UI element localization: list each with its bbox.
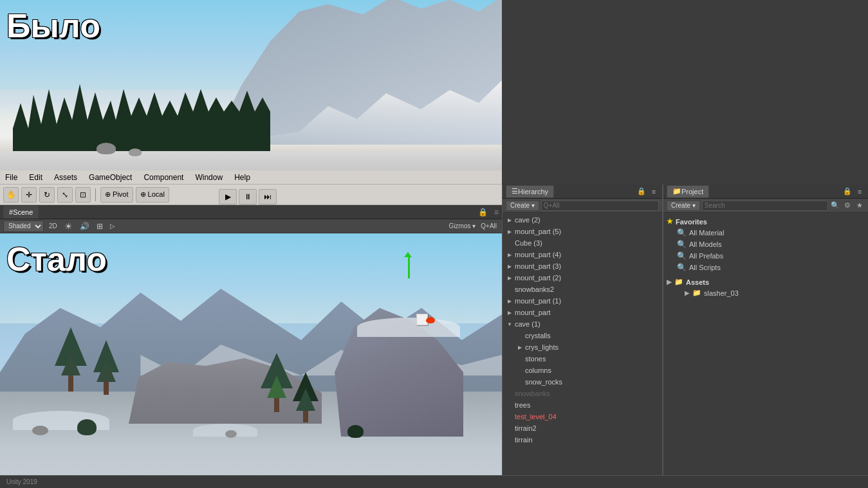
project-star-icon[interactable]: ★ xyxy=(854,201,865,211)
rect-tool-btn[interactable]: ⊡ xyxy=(75,187,91,203)
project-create-btn[interactable]: Create ▾ xyxy=(667,201,700,211)
search-scripts-icon: 🔍 xyxy=(677,263,687,272)
scene-view: ← Persp Стало xyxy=(0,233,502,488)
gizmos-btn[interactable]: Gizmos ▾ xyxy=(449,222,476,230)
search-models-icon: 🔍 xyxy=(677,240,687,249)
hierarchy-search-input[interactable] xyxy=(541,201,659,211)
hierarchy-item-label-18: tirrain2 xyxy=(515,424,537,432)
hierarchy-create-btn[interactable]: Create ▾ xyxy=(506,201,539,211)
project-panel: 📁 Project 🔒 ≡ Create ▾ 🔍 ⚙ ★ ★ Favorites… xyxy=(663,185,868,488)
pivot-btn[interactable]: ⊕ Pivot xyxy=(100,187,133,203)
hierarchy-item-19[interactable]: tirrain xyxy=(503,434,662,446)
hierarchy-item-11[interactable]: ▶crys_lights xyxy=(503,341,662,353)
ground-snow-before xyxy=(0,151,502,170)
menu-assets[interactable]: Assets xyxy=(52,172,79,183)
scene-tab-bar: # Scene 🔒 ≡ xyxy=(0,205,502,219)
favorites-folder[interactable]: ★ Favorites xyxy=(667,216,865,227)
project-tab[interactable]: 📁 Project xyxy=(667,185,709,198)
2d-btn[interactable]: 2D xyxy=(47,222,59,230)
hand-tool-btn[interactable]: ✋ xyxy=(3,187,19,203)
step-btn[interactable]: ⏭ xyxy=(259,189,277,204)
hierarchy-item-label-0: cave (2) xyxy=(515,216,540,224)
hierarchy-item-18[interactable]: tirrain2 xyxy=(503,422,662,434)
scene-menu-icon[interactable]: ≡ xyxy=(494,208,499,217)
hierarchy-menu-icon[interactable]: ≡ xyxy=(649,186,659,197)
hierarchy-item-6[interactable]: snowbanks2 xyxy=(503,284,662,295)
lighting-btn[interactable]: ☀ xyxy=(62,221,75,231)
project-content: ★ Favorites 🔍 All Material 🔍 All Models … xyxy=(663,213,868,488)
hierarchy-item-17[interactable]: test_level_04 xyxy=(503,411,662,422)
hierarchy-arrow-3: ▶ xyxy=(506,251,513,258)
audio-btn[interactable]: 🔊 xyxy=(78,222,91,231)
hierarchy-panel: ☰ Hierarchy 🔒 ≡ Create ▾ ▶cave (2)▶mount… xyxy=(502,185,663,488)
local-btn[interactable]: ⊕ Local xyxy=(136,187,169,203)
assets-section: ▶ 📁 Assets ▶ 📁 slasher_03 xyxy=(667,276,865,298)
all-models-item[interactable]: 🔍 All Models xyxy=(667,239,865,250)
hierarchy-item-15[interactable]: snowbanks xyxy=(503,388,662,399)
hierarchy-item-13[interactable]: columns xyxy=(503,365,662,376)
project-menu-icon[interactable]: ≡ xyxy=(854,186,865,197)
scene-tab[interactable]: # Scene xyxy=(3,206,39,219)
menu-gameobject[interactable]: GameObject xyxy=(87,172,134,183)
scene-lock-icon[interactable]: 🔒 xyxy=(478,208,488,217)
pause-btn[interactable]: ⏸ xyxy=(239,189,257,204)
slasher-03-item[interactable]: ▶ 📁 slasher_03 xyxy=(667,287,865,298)
hierarchy-arrow-4: ▶ xyxy=(506,262,513,270)
search-scene[interactable]: Q+All xyxy=(479,222,499,230)
stalo-label: Стало xyxy=(6,240,107,278)
shading-mode-select[interactable]: Shaded xyxy=(3,221,44,232)
camera-btn[interactable]: ▷ xyxy=(108,222,117,230)
hierarchy-spacer-10 xyxy=(516,332,524,339)
project-lock-icon[interactable]: 🔒 xyxy=(842,186,853,197)
play-btn[interactable]: ▶ xyxy=(219,189,237,204)
menu-edit[interactable]: Edit xyxy=(27,172,44,183)
hierarchy-item-4[interactable]: ▶mount_part (3) xyxy=(503,260,662,272)
menu-component[interactable]: Component xyxy=(142,172,185,183)
hierarchy-item-3[interactable]: ▶mount_part (4) xyxy=(503,249,662,260)
hierarchy-spacer-14 xyxy=(516,378,524,386)
hierarchy-item-16[interactable]: trees xyxy=(503,399,662,411)
hierarchy-item-7[interactable]: ▶mount_part (1) xyxy=(503,295,662,307)
hierarchy-item-8[interactable]: ▶mount_part xyxy=(503,307,662,318)
hierarchy-item-label-8: mount_part xyxy=(515,309,551,316)
hierarchy-item-1[interactable]: ▶mount_part (5) xyxy=(503,226,662,237)
project-tab-bar: 📁 Project 🔒 ≡ xyxy=(663,185,868,199)
hierarchy-arrow-11: ▶ xyxy=(516,343,524,351)
all-scripts-item[interactable]: 🔍 All Scripts xyxy=(667,262,865,273)
menu-help[interactable]: Help xyxy=(232,172,252,183)
hierarchy-spacer-12 xyxy=(516,355,524,363)
hierarchy-item-12[interactable]: stones xyxy=(503,353,662,365)
hierarchy-item-10[interactable]: crystalls xyxy=(503,330,662,341)
assets-folder[interactable]: ▶ 📁 Assets xyxy=(667,276,865,287)
project-filter-icon[interactable]: ⚙ xyxy=(842,201,853,211)
all-material-item[interactable]: 🔍 All Material xyxy=(667,227,865,239)
hierarchy-item-9[interactable]: ▼cave (1) xyxy=(503,318,662,330)
hierarchy-item-label-2: Cube (3) xyxy=(515,239,542,247)
scale-tool-btn[interactable]: ⤡ xyxy=(57,187,73,203)
hierarchy-item-label-17: test_level_04 xyxy=(515,413,557,420)
menu-file[interactable]: File xyxy=(3,172,19,183)
shrub-1 xyxy=(77,419,97,435)
hierarchy-item-2[interactable]: Cube (3) xyxy=(503,237,662,249)
search-prefabs-icon: 🔍 xyxy=(677,251,687,260)
project-search-icon[interactable]: 🔍 xyxy=(830,201,840,211)
hierarchy-tab[interactable]: ☰ Hierarchy xyxy=(506,185,554,198)
project-search-input[interactable] xyxy=(702,201,828,211)
search-material-icon: 🔍 xyxy=(677,228,687,237)
hierarchy-item-label-10: crystalls xyxy=(525,332,551,339)
hierarchy-item-0[interactable]: ▶cave (2) xyxy=(503,214,662,226)
rock1 xyxy=(97,143,116,154)
hierarchy-spacer-15 xyxy=(506,390,513,397)
rock-small-2 xyxy=(225,430,237,438)
hierarchy-item-label-16: trees xyxy=(515,401,530,409)
move-tool-btn[interactable]: ✛ xyxy=(21,187,37,203)
fx-btn[interactable]: ⊞ xyxy=(95,222,105,231)
menu-window[interactable]: Window xyxy=(193,172,225,183)
scene-toolbar: Shaded 2D ☀ 🔊 ⊞ ▷ Gizmos ▾ Q+All xyxy=(0,219,502,233)
hierarchy-item-5[interactable]: ▶mount_part (2) xyxy=(503,272,662,284)
hierarchy-spacer-13 xyxy=(516,366,524,374)
rotate-tool-btn[interactable]: ↻ xyxy=(39,187,55,203)
hierarchy-lock-icon[interactable]: 🔒 xyxy=(636,186,647,197)
all-prefabs-item[interactable]: 🔍 All Prefabs xyxy=(667,250,865,262)
hierarchy-item-14[interactable]: snow_rocks xyxy=(503,376,662,388)
